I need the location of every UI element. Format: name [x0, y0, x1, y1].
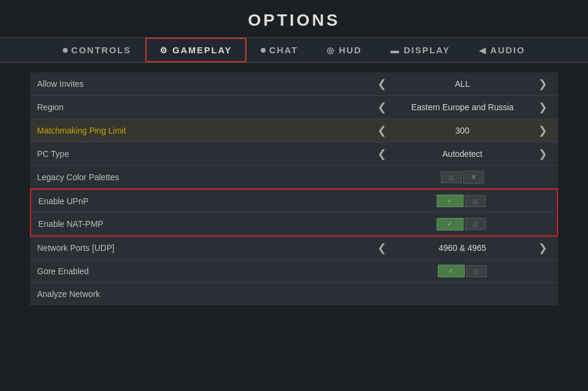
row-control: ❮ 300 ❯	[367, 119, 558, 142]
table-row: Network Ports [UDP] ❮ 4960 & 4965 ❯	[30, 237, 558, 260]
row-control: ❮ ALL ❯	[367, 72, 558, 95]
bars-icon: |||	[473, 198, 478, 205]
dot-icon	[63, 48, 68, 53]
check-icon: ✓	[447, 197, 452, 205]
row-control: ✓ |||	[365, 191, 557, 211]
control-value: 300	[391, 126, 534, 135]
control-value: Eastern Europe and Russia	[391, 102, 534, 112]
table-row: Region ❮ Eastern Europe and Russia ❯	[30, 96, 558, 119]
row-label: Enable NAT-PMP	[31, 214, 365, 234]
monitor-icon: ▬	[391, 46, 400, 55]
page-container: OPTIONS CONTROLS ⚙ GAMEPLAY CHAT ◎ HUD ▬…	[0, 0, 588, 315]
speaker-icon: ◀	[479, 46, 487, 55]
row-label: Network Ports [UDP]	[30, 238, 367, 257]
bars-icon: |||	[473, 220, 478, 228]
red-border-group: Enable UPnP ✓ ||| Enab	[30, 189, 558, 237]
content-area: Allow Invites ❮ ALL ❯ Region ❮ Eastern E…	[0, 63, 588, 315]
page-title: OPTIONS	[0, 0, 588, 37]
toggle-bars-button[interactable]: |||	[441, 171, 462, 183]
table-row: Enable NAT-PMP ✓ |||	[31, 213, 557, 235]
toggle-bars-button[interactable]: |||	[466, 265, 487, 277]
right-arrow-button[interactable]: ❯	[534, 123, 552, 138]
row-label: Legacy Color Palettes	[30, 168, 367, 187]
nav-item-hud[interactable]: ◎ HUD	[312, 38, 376, 62]
gear-icon: ⚙	[160, 46, 169, 55]
left-arrow-button[interactable]: ❮	[373, 123, 391, 138]
target-icon: ◎	[327, 46, 335, 55]
dot-icon-chat	[261, 48, 266, 53]
left-arrow-button[interactable]: ❮	[373, 146, 391, 162]
row-control: ❮ 4960 & 4965 ❯	[367, 237, 558, 259]
check-icon: ✓	[448, 267, 453, 275]
nav-item-chat[interactable]: CHAT	[246, 38, 313, 62]
nav-label-display: DISPLAY	[404, 45, 450, 55]
toggle-bars-button[interactable]: |||	[465, 195, 486, 207]
nav-item-controls[interactable]: CONTROLS	[48, 38, 145, 62]
row-label: Region	[30, 98, 367, 117]
right-arrow-button[interactable]: ❯	[534, 99, 552, 115]
nav-item-gameplay[interactable]: ⚙ GAMEPLAY	[145, 38, 246, 62]
bars-icon: |||	[449, 174, 454, 181]
row-control	[367, 290, 558, 298]
nav-bar: CONTROLS ⚙ GAMEPLAY CHAT ◎ HUD ▬ DISPLAY…	[0, 37, 588, 63]
nav-label-chat: CHAT	[269, 45, 298, 55]
table-row: Legacy Color Palettes ||| ✕	[30, 166, 558, 189]
row-label: PC Type	[30, 144, 367, 163]
toggle-x-button[interactable]: ✕	[463, 171, 484, 184]
left-arrow-button[interactable]: ❮	[373, 76, 391, 92]
row-control: ✓ |||	[367, 261, 558, 281]
nav-label-hud: HUD	[339, 45, 362, 55]
control-value: ALL	[391, 79, 534, 89]
left-arrow-button[interactable]: ❮	[373, 240, 391, 256]
row-label: Enable UPnP	[31, 192, 365, 211]
control-value: 4960 & 4965	[391, 243, 534, 253]
row-control: ✓ |||	[365, 214, 557, 234]
row-label: Gore Enabled	[30, 262, 367, 281]
table-row: PC Type ❮ Autodetect ❯	[30, 143, 558, 166]
control-value: Autodetect	[391, 149, 534, 159]
check-icon: ✓	[447, 220, 452, 228]
x-icon: ✕	[471, 173, 477, 181]
toggle-on-button[interactable]: ✓	[437, 218, 464, 231]
row-label: Matchmaking Ping Limit	[30, 121, 367, 140]
nav-label-controls: CONTROLS	[71, 45, 131, 55]
right-arrow-button[interactable]: ❯	[534, 76, 552, 92]
row-label: Allow Invites	[30, 74, 367, 93]
table-row: Allow Invites ❮ ALL ❯	[30, 72, 558, 96]
table-row: Gore Enabled ✓ |||	[30, 260, 558, 283]
left-arrow-button[interactable]: ❮	[373, 99, 391, 115]
table-row: Analyze Network	[30, 283, 558, 305]
row-control: ❮ Eastern Europe and Russia ❯	[367, 96, 558, 119]
row-label: Analyze Network	[30, 284, 367, 304]
table-row: Matchmaking Ping Limit ❮ 300 ❯	[30, 119, 558, 143]
bars-icon: |||	[474, 268, 479, 275]
nav-item-audio[interactable]: ◀ AUDIO	[465, 38, 540, 62]
table-row: Enable UPnP ✓ |||	[31, 190, 557, 213]
settings-table: Allow Invites ❮ ALL ❯ Region ❮ Eastern E…	[30, 72, 558, 305]
nav-item-display[interactable]: ▬ DISPLAY	[376, 38, 465, 62]
right-arrow-button[interactable]: ❯	[534, 240, 552, 256]
row-control: ❮ Autodetect ❯	[367, 143, 558, 165]
toggle-on-button[interactable]: ✓	[437, 195, 464, 207]
row-control: ||| ✕	[367, 167, 558, 187]
right-arrow-button[interactable]: ❯	[534, 146, 552, 162]
toggle-on-button[interactable]: ✓	[438, 265, 465, 277]
toggle-bars-button[interactable]: |||	[465, 218, 486, 230]
nav-label-gameplay: GAMEPLAY	[172, 45, 232, 55]
nav-label-audio: AUDIO	[490, 45, 525, 55]
